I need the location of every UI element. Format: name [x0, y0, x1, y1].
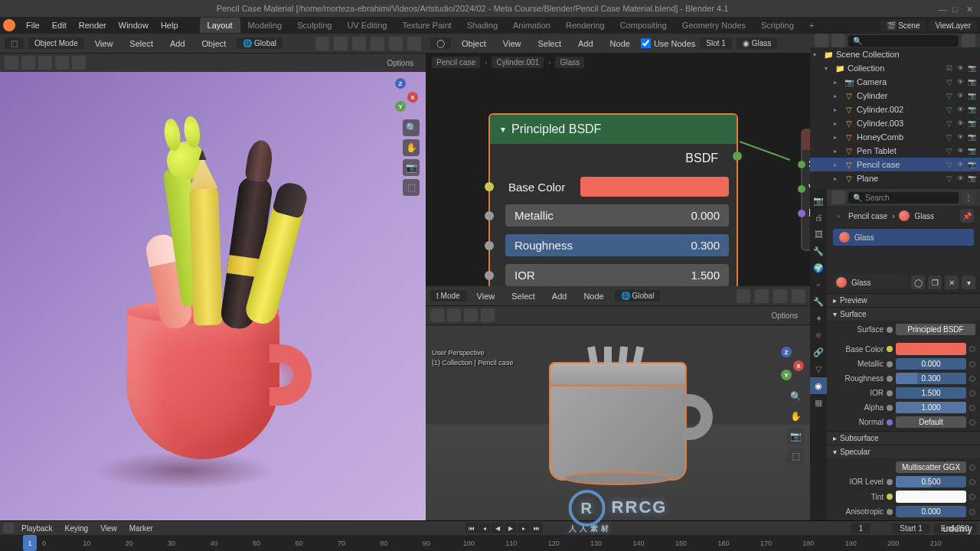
viewport-rendered[interactable]: X Y Z 🔍 ✋ 📷 ⬚	[0, 72, 426, 520]
menu-window[interactable]: Window	[113, 18, 155, 32]
gizmo-z-icon[interactable]: Z	[395, 78, 406, 89]
tl-playback[interactable]: Playback	[17, 523, 57, 533]
socket-bsdf-out[interactable]	[733, 152, 742, 161]
jump-start-icon[interactable]: ⏮	[466, 523, 478, 533]
current-frame[interactable]: 1	[851, 523, 871, 533]
vp2-node[interactable]: Node	[577, 289, 609, 303]
ior-field[interactable]: 1.500	[896, 387, 966, 399]
playhead[interactable]: 1	[23, 535, 37, 551]
timeline-ruler[interactable]: 1 01020304050607080901001101201301401501…	[0, 535, 980, 551]
link-icon[interactable]	[969, 494, 975, 500]
socket-dot[interactable]	[887, 479, 893, 485]
render-icon[interactable]: 📷	[968, 92, 977, 99]
node-title[interactable]: ▾ Principled BSDF	[490, 115, 737, 144]
prop-tab-scene[interactable]: 🔧	[810, 243, 827, 259]
menu-file[interactable]: File	[20, 18, 46, 32]
zoom-icon[interactable]: 🔍	[403, 119, 420, 136]
vp2-mode[interactable]: t Mode	[430, 290, 466, 302]
prop-tab-object[interactable]: ▫	[810, 276, 827, 293]
outliner-item-cylinder[interactable]: ▸▽Cylinder▽👁📷	[810, 89, 980, 103]
surface-panel-head[interactable]: ▾Surface	[827, 308, 980, 321]
ne-select[interactable]: Select	[531, 37, 567, 51]
outliner-item-pen tablet[interactable]: ▸▽Pen Tablet▽👁📷	[810, 144, 980, 158]
minimize-icon[interactable]: —	[939, 5, 946, 12]
material-slot[interactable]: Glass	[833, 229, 974, 246]
vp2-add[interactable]: Add	[546, 289, 573, 303]
ne-node[interactable]: Node	[604, 37, 636, 51]
eye-icon[interactable]: 👁	[957, 64, 966, 72]
outliner-item-cylinder-002[interactable]: ▸▽Cylinder.002▽👁📷	[810, 103, 980, 116]
vp2-select[interactable]: Select	[505, 289, 541, 303]
vp2-select-tool-icon[interactable]	[430, 308, 444, 322]
tab-shading[interactable]: Shading	[459, 18, 505, 33]
socket-dot[interactable]	[887, 376, 893, 382]
roughness-field[interactable]: Roughness 0.300	[505, 234, 729, 256]
vp-menu-object[interactable]: Object	[196, 37, 233, 51]
socket-dot[interactable]	[887, 405, 893, 411]
prev-key-icon[interactable]: ◂	[479, 523, 491, 533]
socket-basecolor[interactable]	[485, 182, 494, 191]
eye-icon[interactable]: 👁	[957, 92, 966, 99]
expand-icon[interactable]: ▸	[834, 93, 841, 99]
specular-panel-head[interactable]: ▾Specular	[827, 445, 980, 458]
tab-animation[interactable]: Animation	[505, 18, 558, 33]
vp2-tool4-icon[interactable]	[481, 308, 495, 322]
eye-icon[interactable]: 👁	[957, 133, 966, 141]
ne-add[interactable]: Add	[572, 37, 599, 51]
props-type-icon[interactable]	[831, 191, 845, 204]
expand-icon[interactable]: ▸	[834, 161, 841, 168]
socket-dot[interactable]	[887, 509, 893, 515]
outliner-item-plane[interactable]: ▸▽Plane▽👁📷	[810, 171, 980, 185]
vp2-orientation[interactable]: 🌐 Global	[615, 290, 661, 302]
outliner-item-pencil case[interactable]: ▸▽Pencil case▽👁📷	[810, 158, 980, 171]
shading-solid-icon[interactable]	[371, 37, 384, 51]
material-menu-icon[interactable]: ▾	[962, 276, 975, 289]
prop-tab-physics[interactable]: ⚛	[810, 327, 827, 344]
metallic-field[interactable]: 0.000	[896, 358, 966, 370]
menu-help[interactable]: Help	[155, 18, 185, 32]
vp2-options[interactable]: Options	[764, 310, 805, 321]
eye-icon[interactable]: 👁	[957, 119, 966, 127]
maximize-icon[interactable]: □	[952, 5, 960, 12]
gizmo-x-icon[interactable]: X	[407, 92, 418, 103]
ior-field[interactable]: IOR 1.500	[505, 264, 729, 286]
render-icon[interactable]: 📷	[968, 147, 977, 155]
collapse-icon[interactable]: ▾	[813, 51, 821, 58]
surface-shader-select[interactable]: Principled BSDF	[896, 324, 975, 335]
bc-material[interactable]: Glass	[555, 57, 584, 68]
mesh-cup[interactable]	[549, 362, 687, 481]
vp2-shading-mat-icon[interactable]	[773, 289, 787, 303]
vp2-tool2-icon[interactable]	[447, 308, 461, 322]
render-icon[interactable]: 📷	[968, 161, 977, 168]
props-search[interactable]: 🔍Search	[848, 192, 959, 204]
eye-icon[interactable]: 👁	[957, 147, 966, 155]
start-frame[interactable]: Start 1	[892, 523, 929, 533]
vp2-zoom-icon[interactable]: 🔍	[787, 388, 804, 405]
gizmo-x-icon[interactable]: X	[793, 360, 804, 371]
snap-icon[interactable]	[315, 37, 329, 51]
jump-end-icon[interactable]: ⏭	[531, 523, 543, 533]
node-editor-type[interactable]: ◯	[430, 37, 451, 49]
vp2-persp-icon[interactable]: ⬚	[787, 448, 804, 465]
principled-bsdf-node[interactable]: ▾ Principled BSDF BSDF Base Color Metall…	[488, 113, 738, 286]
ior-level-field[interactable]: 0.500	[896, 476, 966, 487]
vp2-shading-render-icon[interactable]	[792, 289, 805, 303]
render-icon[interactable]: 📷	[968, 119, 977, 127]
link-icon[interactable]	[969, 361, 975, 367]
vp2-shading-wire-icon[interactable]	[737, 289, 750, 303]
bc-mesh[interactable]: Cylinder.001	[492, 57, 544, 68]
chevron-down-icon[interactable]: ▾	[501, 124, 505, 135]
timeline-type-icon[interactable]	[3, 523, 14, 533]
collapse-icon[interactable]: ▾	[825, 65, 832, 72]
tab-add[interactable]: +	[802, 18, 822, 33]
checkbox-icon[interactable]: ☑	[946, 64, 956, 72]
tab-rendering[interactable]: Rendering	[558, 18, 612, 33]
link-icon[interactable]	[969, 465, 975, 471]
output-node-partial[interactable]: S V D	[801, 129, 810, 251]
tab-texture[interactable]: Texture Paint	[394, 18, 459, 33]
socket-dot[interactable]	[887, 390, 893, 396]
eye-icon[interactable]: 👁	[957, 78, 966, 86]
tab-uv[interactable]: UV Editing	[339, 18, 394, 33]
tl-marker[interactable]: Marker	[125, 523, 158, 533]
vp-menu-view[interactable]: View	[89, 37, 119, 51]
